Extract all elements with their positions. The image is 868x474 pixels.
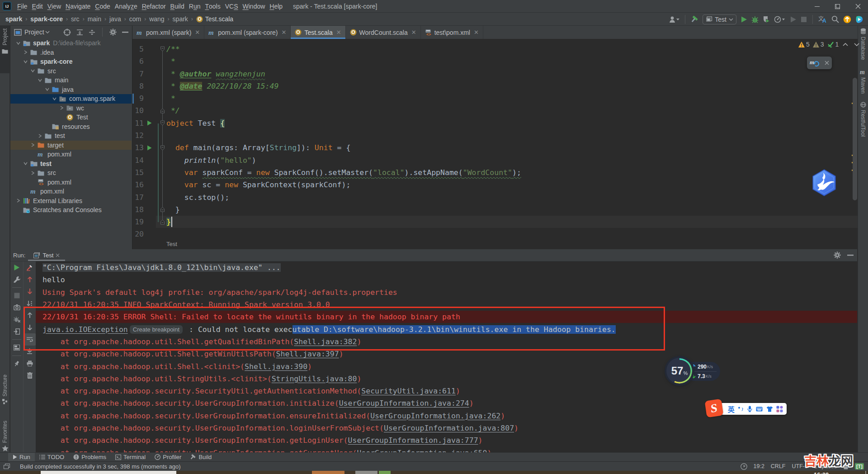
tree-item-wc[interactable]: wc: [10, 104, 132, 113]
menu-help[interactable]: Help: [267, 0, 285, 12]
tree-chevron-right-icon[interactable]: [23, 49, 28, 55]
ime-toolbar[interactable]: 英 S: [706, 400, 790, 418]
microphone-icon[interactable]: [747, 406, 752, 412]
down-stack-red-icon[interactable]: [24, 285, 36, 298]
toolwindow-button-todo[interactable]: TODO: [35, 453, 69, 462]
toolwindow-button-problems[interactable]: Problems: [69, 453, 111, 462]
stacktrace-link[interactable]: Shell.java:382: [294, 337, 357, 346]
translate-icon[interactable]: 文A: [818, 15, 827, 23]
attach-debugger-icon[interactable]: [10, 313, 23, 326]
breadcrumb-item[interactable]: OTest.scala: [196, 15, 233, 23]
tree-chevron-right-icon[interactable]: [59, 105, 65, 111]
run-configuration-select[interactable]: Test: [703, 14, 736, 24]
system-monitor-overlay[interactable]: 290 K/s 7.3 K/s 57%: [651, 348, 751, 398]
status-message[interactable]: Build completed successfully in 3 sec, 3…: [20, 463, 181, 470]
prev-problem-icon[interactable]: [843, 43, 848, 46]
tree-item-pom-xml[interactable]: <>pom.xml: [10, 178, 132, 187]
toolwindow-button-maven[interactable]: m Maven: [858, 69, 868, 94]
maven-reload-icon[interactable]: m: [810, 58, 820, 67]
inspections-status-icon[interactable]: [741, 463, 747, 470]
soft-wrap-icon[interactable]: [24, 333, 36, 346]
close-icon[interactable]: ✕: [336, 29, 341, 36]
menu-code[interactable]: Code: [93, 0, 112, 12]
run-gutter-icon[interactable]: [147, 145, 152, 151]
ime-language-mode[interactable]: 英: [728, 404, 735, 414]
next-occurrence-icon[interactable]: [24, 322, 36, 334]
tree-item-test[interactable]: test: [10, 131, 132, 141]
menu-edit[interactable]: Edit: [30, 0, 45, 12]
menu-view[interactable]: View: [45, 0, 63, 12]
tree-item-test[interactable]: test: [10, 159, 132, 169]
tree-chevron-down-icon[interactable]: [37, 77, 43, 83]
tree-item-spark[interactable]: sparkD:\idea-file\spark: [10, 38, 132, 48]
clear-console-icon[interactable]: [24, 261, 36, 274]
menu-build[interactable]: Build: [168, 0, 187, 12]
project-panel-title[interactable]: Project: [24, 28, 44, 36]
ime-punctuation-icon[interactable]: [738, 406, 744, 412]
breadcrumb-item[interactable]: wang: [149, 15, 164, 23]
tree-item--idea[interactable]: .idea: [10, 48, 132, 57]
tree-item-external-libraries[interactable]: External Libraries: [10, 196, 132, 206]
menu-vcs[interactable]: VCS: [223, 0, 241, 12]
tree-chevron-down-icon[interactable]: [44, 86, 50, 92]
skin-tshirt-icon[interactable]: [766, 406, 773, 412]
tree-chevron-down-icon[interactable]: [23, 59, 28, 65]
tree-chevron-down-icon[interactable]: [15, 40, 21, 46]
menu-tools[interactable]: Tools: [203, 0, 222, 12]
editor-tab-pom-xml-spark-core-[interactable]: mpom.xml (spark-core)✕: [204, 26, 291, 39]
tree-chevron-down-icon[interactable]: [30, 68, 36, 74]
thread-dump-icon[interactable]: [10, 302, 23, 314]
breadcrumb-item[interactable]: spark-core: [30, 15, 63, 23]
editor-scrollbar[interactable]: [853, 78, 857, 200]
minimize-button[interactable]: [807, 0, 827, 13]
toolwindow-button-favorites[interactable]: Favorites: [0, 421, 10, 451]
menu-file[interactable]: File: [15, 0, 30, 12]
menu-analyze[interactable]: Analyze: [113, 0, 140, 12]
scroll-to-end-icon[interactable]: [24, 346, 36, 358]
close-icon[interactable]: ✕: [282, 29, 287, 36]
translate-status-badge[interactable]: [T]: [855, 463, 864, 469]
fold-start-icon[interactable]: [160, 120, 165, 126]
breadcrumb-item[interactable]: com: [129, 15, 141, 23]
toolwindow-switcher-icon[interactable]: [4, 464, 10, 469]
up-stack-red-icon[interactable]: [24, 274, 36, 286]
menu-navigate[interactable]: Navigate: [63, 0, 93, 12]
build-hammer-icon[interactable]: [691, 15, 698, 23]
collapse-all-icon[interactable]: [89, 29, 95, 35]
sogou-logo[interactable]: S: [705, 399, 724, 418]
debug-button[interactable]: [751, 16, 759, 23]
stacktrace-link[interactable]: UserGroupInformation.java:650: [357, 449, 487, 452]
tree-chevron-right-icon[interactable]: [30, 170, 36, 176]
breadcrumb-item[interactable]: spark: [5, 15, 22, 23]
toolwindow-button-build[interactable]: Build: [186, 453, 216, 462]
toolwindow-button-project[interactable]: Project: [0, 26, 10, 73]
show-console-icon[interactable]: [10, 326, 23, 338]
coverage-run-button[interactable]: [763, 16, 770, 23]
stacktrace-link[interactable]: SecurityUtil.java:611: [361, 387, 456, 395]
editor-tab-test-pom-xml[interactable]: <>test\pom.xml✕: [421, 26, 483, 39]
percent-gauge[interactable]: 57%: [666, 358, 693, 384]
restore-layout-icon[interactable]: [10, 341, 23, 354]
tree-item-resources[interactable]: resources: [10, 122, 132, 132]
editor-tab-pom-xml-spark-[interactable]: mpom.xml (spark)✕: [132, 26, 204, 39]
fold-start-icon[interactable]: [160, 46, 165, 52]
toolwindow-button-profiler[interactable]: Profiler: [150, 453, 186, 462]
toolwindow-button-run[interactable]: Run: [8, 453, 35, 462]
run-tab[interactable]: Test: [33, 249, 60, 261]
close-icon[interactable]: ✕: [411, 29, 416, 36]
tree-item-com-wang-spark[interactable]: com.wang.spark: [10, 94, 132, 104]
create-breakpoint-hint[interactable]: Create breakpoint: [130, 325, 183, 334]
fold-end-icon[interactable]: [160, 207, 165, 212]
menu-window[interactable]: Window: [241, 0, 268, 12]
close-button[interactable]: [848, 0, 868, 13]
tree-item-target[interactable]: target: [10, 141, 132, 150]
menu-run[interactable]: Run: [187, 0, 203, 12]
settings-gear-icon[interactable]: [834, 251, 841, 259]
toolwindow-button-restfultool[interactable]: RestfulTool: [858, 102, 868, 137]
stacktrace-link[interactable]: UserGroupInformation.java:274: [339, 399, 469, 408]
stacktrace-link[interactable]: StringUtils.java:80: [272, 374, 357, 383]
tree-item-src[interactable]: src: [10, 66, 132, 76]
stacktrace-link[interactable]: Shell.java:397: [276, 350, 339, 358]
toolwindow-button-terminal[interactable]: Terminal: [111, 453, 150, 462]
stop-icon[interactable]: [10, 289, 23, 302]
